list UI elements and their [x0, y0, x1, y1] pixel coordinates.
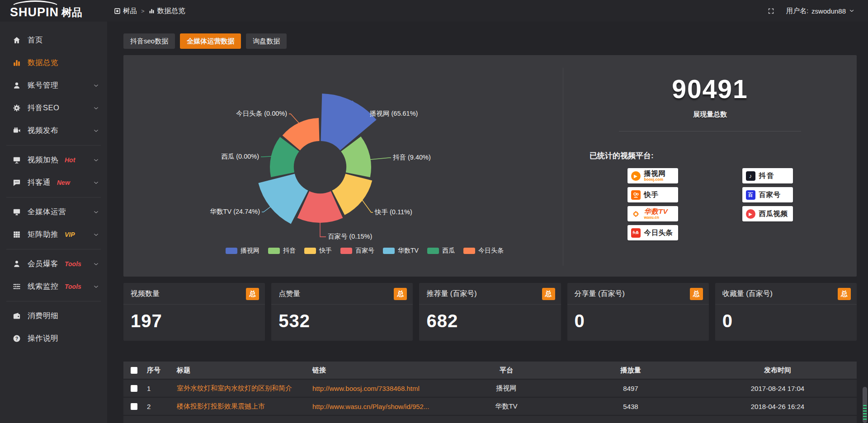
- pie-label: 播视网 (65.61%): [369, 110, 418, 117]
- sidebar-item-tag: Tools: [65, 260, 81, 268]
- sidebar-menu: 首页数据总览账号管理抖音SEO视频发布视频加热Hot抖客通New全媒体运营矩阵助…: [0, 29, 107, 350]
- sidebar-item-账号管理[interactable]: 账号管理: [0, 74, 107, 97]
- sidebar-item-视频发布[interactable]: 视频发布: [0, 119, 107, 142]
- legend-item-华数TV[interactable]: 华数TV: [383, 247, 419, 255]
- sidebar-item-消费明细[interactable]: 消费明细: [0, 305, 107, 327]
- cell: 5438: [563, 403, 698, 410]
- stat-value: 532: [271, 305, 413, 331]
- pie-slice-播视网[interactable]: [321, 94, 377, 150]
- stat-card-header: 收藏量 (百家号)总: [715, 283, 857, 305]
- tab-全媒体运营数据[interactable]: 全媒体运营数据: [180, 33, 241, 49]
- brand-logo[interactable]: SHUPIN 树品: [0, 0, 107, 22]
- xigua-logo-icon: ▶: [746, 209, 755, 219]
- breadcrumb-root[interactable]: 树品: [114, 6, 137, 16]
- sidebar-item-数据总览[interactable]: 数据总览: [0, 52, 107, 74]
- total-badge[interactable]: 总: [394, 288, 407, 300]
- stat-card-header: 分享量 (百家号)总: [567, 283, 709, 305]
- column-header-发布时间: 发布时间: [698, 366, 857, 375]
- table-header-row: 序号标题链接平台播放量发布时间: [123, 362, 857, 380]
- scrollbar-thumb[interactable]: [863, 387, 867, 423]
- stat-label: 视频数量: [131, 289, 160, 299]
- sidebar-item-label: 线索监控: [28, 282, 58, 291]
- video-title-link[interactable]: 楼体投影灯投影效果震撼上市: [174, 402, 310, 411]
- total-badge[interactable]: 总: [690, 288, 703, 300]
- user-name: zswodun88: [811, 7, 846, 15]
- sidebar-item-tag: Hot: [65, 156, 75, 164]
- breadcrumb-current[interactable]: 数据总览: [149, 6, 185, 16]
- total-badge[interactable]: 总: [246, 288, 259, 300]
- fullscreen-icon[interactable]: [768, 8, 774, 14]
- sidebar-item-矩阵助推[interactable]: 矩阵助推VIP: [0, 223, 107, 246]
- legend-item-抖音[interactable]: 抖音: [268, 247, 296, 255]
- sidebar-item-首页[interactable]: 首页: [0, 29, 107, 52]
- legend-swatch: [427, 248, 439, 254]
- platform-name: 抖音: [759, 172, 775, 179]
- legend-item-今日头条[interactable]: 今日头条: [463, 247, 504, 255]
- cell: 播视网: [450, 384, 563, 393]
- sidebar-item-线索监控[interactable]: 线索监控Tools: [0, 275, 107, 298]
- legend-swatch: [226, 248, 237, 254]
- total-badge[interactable]: 总: [542, 288, 555, 300]
- sidebar-item-label: 抖客通: [28, 178, 51, 188]
- select-all-checkbox[interactable]: [131, 367, 137, 374]
- pie-label: 华数TV (24.74%): [210, 208, 260, 215]
- stat-card-收藏量 (百家号): 收藏量 (百家号)总0: [715, 283, 857, 341]
- video-url-link[interactable]: http://www.wasu.cn/Play/show/id/952...: [310, 403, 450, 410]
- sidebar-item-label: 视频发布: [28, 126, 58, 136]
- legend-label: 华数TV: [398, 247, 419, 255]
- platform-name: 西瓜视频: [759, 210, 788, 217]
- legend-item-快手[interactable]: 快手: [304, 247, 332, 255]
- platform-domain: wasu.cn: [644, 216, 668, 220]
- sidebar-item-tag: VIP: [65, 231, 75, 238]
- platform-badge-百家号: 百百家号: [742, 187, 793, 202]
- sidebar-item-会员爆客[interactable]: 会员爆客Tools: [0, 253, 107, 275]
- stat-label: 收藏量 (百家号): [722, 289, 773, 299]
- legend-item-西瓜[interactable]: 西瓜: [427, 247, 455, 255]
- row-checkbox[interactable]: [131, 385, 137, 392]
- videos-table: 序号标题链接平台播放量发布时间1室外水纹灯和室内水纹灯的区别和简介http://…: [123, 362, 857, 423]
- platform-badge-播视网: ▶播视网boosj.com: [627, 168, 678, 183]
- platform-name: 播视网: [644, 170, 666, 177]
- cell: 8497: [563, 385, 698, 392]
- sidebar-item-全媒体运营[interactable]: 全媒体运营: [0, 201, 107, 223]
- sidebar-item-视频加热[interactable]: 视频加热Hot: [0, 149, 107, 171]
- video-title-link[interactable]: 室外水纹灯和室内水纹灯的区别和简介: [174, 384, 310, 393]
- legend-label: 快手: [319, 247, 332, 255]
- chart-panel: 播视网 (65.61%)抖音 (9.40%)快手 (0.11%)百家号 (0.1…: [123, 55, 857, 277]
- question-icon: ?: [12, 334, 21, 343]
- chevron-down-icon: [849, 8, 854, 14]
- topbar: SHUPIN 树品 树品 > 数据总览 用户名: zswodun88: [0, 0, 868, 22]
- user-menu[interactable]: 用户名: zswodun88: [786, 7, 854, 15]
- sidebar-item-抖音SEO[interactable]: 抖音SEO: [0, 97, 107, 119]
- stat-card-推荐量 (百家号): 推荐量 (百家号)总682: [419, 283, 561, 341]
- legend-label: 西瓜: [442, 247, 455, 255]
- sidebar-item-操作说明[interactable]: ?操作说明: [0, 327, 107, 350]
- tab-询盘数据[interactable]: 询盘数据: [246, 33, 287, 49]
- legend-item-播视网[interactable]: 播视网: [226, 247, 259, 255]
- stat-card-视频数量: 视频数量总197: [123, 283, 265, 341]
- logo-arc: [11, 0, 60, 14]
- chevron-down-icon: [93, 232, 99, 238]
- sidebar-item-label: 首页: [28, 35, 43, 45]
- chevron-down-icon: [93, 128, 99, 134]
- bar-chart-icon: [149, 8, 155, 14]
- row-checkbox[interactable]: [131, 403, 137, 410]
- chevron-down-icon: [93, 261, 99, 267]
- video-url-link[interactable]: http://www.boosj.com/7338468.html: [310, 385, 450, 392]
- cell: 2017-08-24 17:04: [698, 385, 857, 392]
- person-icon: [12, 260, 21, 268]
- legend-swatch: [383, 248, 395, 254]
- platform-name: 今日头条: [644, 229, 673, 236]
- legend-item-百家号[interactable]: 百家号: [340, 247, 374, 255]
- pie-label: 今日头条 (0.00%): [236, 110, 287, 117]
- sidebar-item-抖客通[interactable]: 抖客通New: [0, 171, 107, 194]
- platform-name: 华数TV: [644, 208, 668, 215]
- cell: 华数TV: [450, 402, 563, 411]
- total-badge[interactable]: 总: [838, 288, 851, 300]
- table-row: 1室外水纹灯和室内水纹灯的区别和简介http://www.boosj.com/7…: [123, 380, 857, 398]
- tab-抖音seo数据[interactable]: 抖音seo数据: [123, 33, 175, 49]
- sidebar-item-label: 全媒体运营: [28, 207, 66, 217]
- rose-chart-area[interactable]: 播视网 (65.61%)抖音 (9.40%)快手 (0.11%)百家号 (0.1…: [123, 55, 566, 277]
- wallet-icon: [12, 312, 21, 320]
- douyin-logo-icon: ♪: [746, 171, 755, 181]
